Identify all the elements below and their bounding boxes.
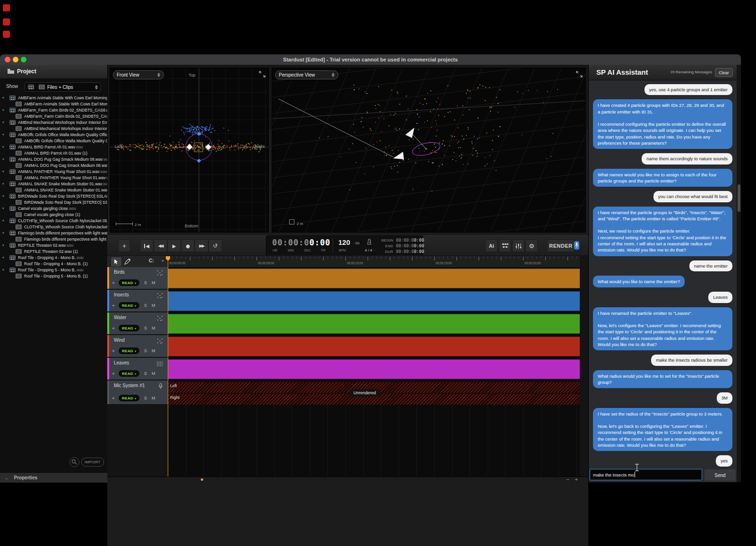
send-button[interactable]: Send	[704, 469, 736, 481]
assistant-message[interactable]: What radius would you like me to set for…	[593, 370, 732, 389]
track-clip[interactable]	[168, 314, 580, 334]
desktop-icon[interactable]	[3, 18, 10, 26]
file-row[interactable]: ▾ AMBFarm Animals Stable With Cows Earl …	[0, 95, 107, 101]
play-button[interactable]: ▶	[167, 240, 181, 252]
disclosure-icon[interactable]: ▾	[2, 243, 4, 247]
file-child-row[interactable]: ANIMAL BIRD Parrot Ah 01.wav (1)	[0, 150, 107, 156]
file-row[interactable]: ▾ BIRDWade Soto Real Day Stork [STEREO] …	[0, 193, 107, 199]
loop-button[interactable]: ↺	[208, 240, 222, 252]
file-child-row[interactable]: ANIMAL SNAKE Snake Medium Stutter 01.wav…	[0, 187, 107, 193]
panel-scrollbar[interactable]	[737, 65, 741, 482]
mute-button[interactable]: M	[152, 348, 155, 353]
file-child-row[interactable]: Roof Tile - Dropping 5 - Mono B. (1)	[0, 273, 107, 279]
close-window-button[interactable]	[5, 57, 10, 62]
minimize-window-button[interactable]	[13, 57, 18, 62]
add-automation-button[interactable]: +	[112, 371, 119, 376]
disclosure-icon[interactable]: ▾	[2, 268, 4, 272]
search-button[interactable]	[69, 457, 79, 467]
file-child-row[interactable]: Roof Tile - Dropping 4 - Mono B. (1)	[0, 260, 107, 267]
user-message[interactable]: name them accordingly to nature sounds	[642, 153, 732, 164]
file-child-row[interactable]: ANIMAL DOG Pug Gag Smack Medium 08.wav (…	[0, 162, 107, 168]
automation-mode-button[interactable]: READ▾	[119, 325, 139, 331]
disclosure-icon[interactable]: ▾	[2, 108, 4, 112]
disclosure-icon[interactable]: ▾	[2, 231, 4, 235]
file-child-row[interactable]: Camel vocals gargling close (1)	[0, 211, 107, 217]
chat-input[interactable]: make the insects mo	[590, 469, 702, 480]
meter-value[interactable]: 4 / 4 ·	[365, 248, 374, 252]
disclosure-icon[interactable]: ▾	[2, 121, 4, 124]
add-track-button[interactable]: +	[118, 240, 130, 252]
expand-icon[interactable]	[576, 71, 583, 78]
disclosure-icon[interactable]: ▾	[2, 207, 4, 210]
timeline-ruler[interactable]: 00:00:00:0000:00:05:0000:00:10:0000:00:1…	[168, 255, 580, 268]
assistant-message[interactable]: I have created 4 particle groups with ID…	[593, 99, 732, 149]
particle-groups-button[interactable]	[499, 240, 511, 252]
fast-forward-button[interactable]: ▶▶	[195, 240, 208, 252]
file-row[interactable]: ▾ Flamingo birds different perspectives …	[0, 230, 107, 236]
solo-button[interactable]: S	[144, 280, 147, 285]
mute-button[interactable]: M	[152, 303, 155, 308]
mute-button[interactable]: M	[152, 326, 155, 330]
file-row[interactable]: ▾ AMBInd Mechanical Workshops Indoor Int…	[0, 119, 107, 125]
mute-button[interactable]: M	[152, 396, 155, 400]
zoom-window-button[interactable]	[21, 57, 26, 62]
perspective-viewport[interactable]: Perspective View 2 m	[272, 68, 586, 233]
add-automation-button[interactable]: +	[112, 348, 119, 354]
file-child-row[interactable]: REPTILE Threaten 02.wav (1)	[0, 248, 107, 254]
disclosure-icon[interactable]: ▾	[2, 194, 4, 198]
file-row[interactable]: ▾ ANIMAL PANTHER Young Roar Short 01.wav…	[0, 168, 107, 174]
file-child-row[interactable]: AMBFarm_Farm Calm Birds 02_SNDBTS_CAS8.w…	[0, 113, 107, 119]
metronome-icon[interactable]	[367, 239, 372, 245]
track-clip[interactable]	[168, 269, 580, 288]
record-button[interactable]: ●	[181, 240, 195, 252]
track-header[interactable]: Leaves + READ▾ S M	[107, 358, 168, 380]
solo-button[interactable]: S	[144, 396, 147, 400]
clear-chat-button[interactable]: Clear	[715, 68, 733, 77]
solo-button[interactable]: S	[144, 326, 147, 330]
disclosure-icon[interactable]: ▾	[2, 256, 4, 260]
disclosure-icon[interactable]: ▾	[2, 96, 4, 100]
user-message[interactable]: Leaves	[708, 292, 732, 303]
file-row[interactable]: ▾ ANIMAL DOG Pug Gag Smack Medium 08.wav…	[0, 156, 107, 162]
mixer-button[interactable]	[512, 240, 524, 252]
add-automation-button[interactable]: +	[112, 280, 119, 286]
file-row[interactable]: ▾ Roof Tile - Dropping 4 - Mono B..wav	[0, 254, 107, 260]
playhead-line[interactable]	[168, 261, 168, 477]
empty-lane-area[interactable]	[168, 405, 580, 477]
disclosure-icon[interactable]: ▾	[2, 133, 4, 137]
file-row[interactable]: ▾ REPTILE Threaten 02.wav.wav	[0, 242, 107, 248]
settings-button[interactable]: ⚙	[525, 240, 538, 252]
draw-tool-button[interactable]	[122, 257, 132, 266]
perspective-view-selector[interactable]: Perspective View	[275, 70, 338, 79]
file-row[interactable]: ▾ AMBOffc Grifols Office Walla Medium Qu…	[0, 131, 107, 138]
desktop-icon[interactable]	[3, 31, 10, 38]
add-automation-button[interactable]: +	[112, 396, 119, 401]
user-message[interactable]: you can choose what would fit best	[653, 191, 732, 202]
track-header[interactable]: Birds + READ▾ S M	[107, 267, 168, 289]
show-filter-dropdown[interactable]: Files + Clips	[25, 82, 101, 92]
solo-button[interactable]: S	[144, 371, 147, 376]
ai-assistant-button[interactable]: Ai	[485, 240, 498, 252]
user-message[interactable]: yes, use 4 particle groups and 1 emitter	[644, 84, 732, 95]
disclosure-icon[interactable]: ▾	[2, 219, 4, 223]
chevron-down-icon[interactable]: ⌄	[161, 257, 164, 262]
automation-mode-button[interactable]: READ▾	[119, 370, 139, 377]
file-child-row[interactable]: Flamingo birds different perspectives wi…	[0, 236, 107, 242]
track-header[interactable]: Insects + READ▾ S M	[107, 290, 168, 312]
disclosure-icon[interactable]: ▾	[2, 145, 4, 149]
file-row[interactable]: ▾ ANIMAL SNAKE Snake Medium Stutter 01.w…	[0, 181, 107, 187]
add-automation-button[interactable]: +	[112, 326, 119, 331]
render-button[interactable]: RENDER	[547, 240, 575, 252]
user-message[interactable]: 3M	[717, 392, 732, 403]
mute-button[interactable]: M	[152, 371, 155, 376]
disclosure-icon[interactable]: ▾	[2, 157, 4, 161]
assistant-message[interactable]: What would you like to name the emitter?	[593, 276, 685, 287]
track-clip[interactable]	[168, 291, 580, 311]
file-row[interactable]: ▾ Camel vocals gargling close.wav	[0, 205, 107, 211]
front-viewport[interactable]: Front View Top Left Right Bottom 2 m	[110, 68, 269, 233]
chat-message-list[interactable]: yes, use 4 particle groups and 1 emitter…	[589, 80, 737, 468]
audio-device-button[interactable]	[574, 241, 579, 250]
desktop-icon[interactable]	[3, 4, 10, 11]
disclosure-icon[interactable]: ▾	[2, 182, 4, 186]
assistant-message[interactable]: I have renamed the particle groups to "B…	[593, 207, 732, 256]
